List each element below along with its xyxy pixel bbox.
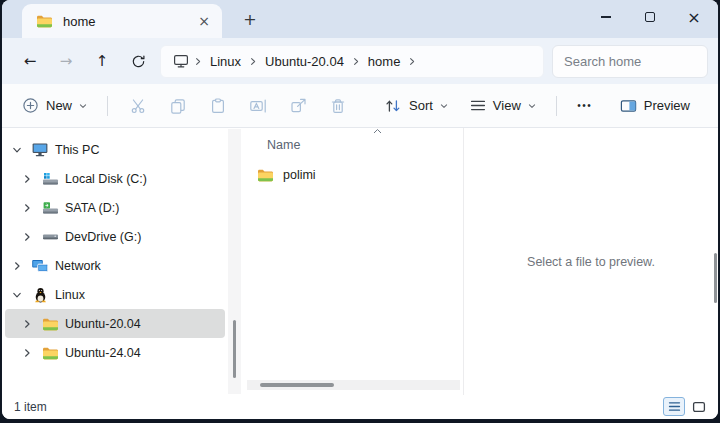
command-toolbar: New Sort View ••• (2, 84, 718, 128)
local-disk-icon (39, 171, 61, 186)
file-row-polimi[interactable]: polimi (242, 160, 463, 190)
sidebar-item-label: Local Disk (C:) (65, 172, 147, 186)
folder-icon (39, 317, 61, 331)
devdrive-disk-icon (39, 229, 61, 244)
chevron-down-icon[interactable] (5, 290, 29, 300)
folder-icon (39, 346, 61, 360)
ellipsis-icon: ••• (577, 100, 592, 111)
preview-button-label: Preview (644, 98, 690, 113)
breadcrumb[interactable]: LinuxUbuntu-20.04home (160, 45, 544, 78)
sidebar-item-linux[interactable]: Linux (5, 280, 225, 309)
delete-button[interactable] (318, 90, 358, 122)
back-button[interactable]: ← (12, 44, 48, 78)
chevron-right-icon[interactable] (5, 261, 29, 271)
new-tab-button[interactable]: + (238, 8, 262, 30)
main-content: This PCLocal Disk (C:)SATA (D:)DevDrive … (2, 128, 718, 395)
new-button[interactable]: New (12, 90, 97, 122)
view-toggles (663, 397, 710, 416)
sidebar-scrollbar-thumb[interactable] (233, 320, 236, 378)
copy-button[interactable] (158, 90, 198, 122)
sidebar-item-label: Linux (55, 288, 85, 302)
preview-placeholder-text: Select a file to preview. (527, 255, 655, 269)
sidebar-item-label: This PC (55, 143, 99, 157)
preview-scrollbar-thumb[interactable] (714, 253, 717, 303)
sidebar-item-sata-d[interactable]: SATA (D:) (5, 193, 225, 222)
view-button-label: View (493, 98, 521, 113)
more-options-button[interactable]: ••• (567, 90, 603, 122)
computer-icon[interactable] (165, 54, 193, 68)
paste-button[interactable] (198, 90, 238, 122)
close-button[interactable]: × (672, 1, 716, 33)
maximize-button[interactable] (628, 1, 672, 33)
breadcrumb-item-ubuntu-20-04[interactable]: Ubuntu-20.04 (258, 54, 351, 69)
chevron-down-icon[interactable] (5, 145, 29, 155)
new-button-label: New (46, 98, 72, 113)
chevron-right-icon[interactable] (15, 174, 39, 184)
file-list-rows: polimi (242, 160, 463, 190)
sidebar-item-label: Ubuntu-20.04 (65, 317, 141, 331)
toolbar-divider (107, 96, 108, 116)
refresh-button[interactable] (120, 44, 156, 78)
rename-button[interactable] (238, 90, 278, 122)
sidebar-item-network[interactable]: Network (5, 251, 225, 280)
sidebar-item-local-disk-c[interactable]: Local Disk (C:) (5, 164, 225, 193)
forward-button[interactable]: → (48, 44, 84, 78)
minimize-button[interactable] (584, 1, 628, 33)
horizontal-scrollbar[interactable] (247, 380, 460, 390)
tab-label: home (63, 14, 182, 29)
up-button[interactable]: ↑ (84, 44, 120, 78)
view-button[interactable]: View (460, 90, 546, 122)
chevron-right-icon[interactable] (15, 319, 39, 329)
file-list: Name polimi (242, 128, 464, 395)
sidebar-item-label: SATA (D:) (65, 201, 119, 215)
details-view-button[interactable] (663, 397, 685, 416)
search-input[interactable] (552, 45, 708, 78)
tab-bar: home × + × (2, 0, 718, 38)
sort-icon (384, 99, 402, 113)
paste-icon (210, 98, 226, 114)
column-header-name[interactable]: Name (242, 135, 463, 155)
icons-view-button[interactable] (688, 397, 710, 416)
toolbar-disabled-group (118, 90, 358, 122)
horizontal-scrollbar-thumb[interactable] (260, 383, 334, 387)
plus-circle-icon (22, 97, 39, 114)
sidebar-item-this-pc[interactable]: This PC (5, 135, 225, 164)
sort-button-label: Sort (409, 98, 433, 113)
details-view-icon (668, 401, 681, 412)
sidebar-item-label: Ubuntu-24.04 (65, 346, 141, 360)
refresh-icon (130, 53, 147, 70)
tab-close-icon[interactable]: × (192, 9, 216, 33)
this-pc-icon (29, 142, 51, 157)
cut-button[interactable] (118, 90, 158, 122)
breadcrumb-item-home[interactable]: home (361, 54, 408, 69)
chevron-right-icon[interactable] (15, 232, 39, 242)
navigation-bar: ← → ↑ LinuxUbuntu-20.04home (2, 38, 718, 84)
sidebar-item-ubuntu-24-04[interactable]: Ubuntu-24.04 (5, 338, 225, 367)
sort-button[interactable]: Sort (374, 90, 458, 122)
sidebar-item-devdrive-g[interactable]: DevDrive (G:) (5, 222, 225, 251)
breadcrumb-chevron-icon[interactable] (248, 57, 258, 66)
tab-home[interactable]: home × (22, 4, 222, 38)
share-button[interactable] (278, 90, 318, 122)
chevron-down-icon (440, 102, 448, 110)
share-icon (290, 98, 307, 114)
preview-pane-icon (620, 99, 637, 113)
breadcrumb-chevron-icon[interactable] (407, 57, 417, 66)
rename-icon (249, 98, 267, 114)
toolbar-divider (556, 96, 557, 116)
chevron-down-icon (528, 102, 536, 110)
maximize-icon (645, 12, 655, 22)
sidebar-item-ubuntu-20-04[interactable]: Ubuntu-20.04 (5, 309, 225, 338)
breadcrumb-item-linux[interactable]: Linux (203, 54, 248, 69)
delete-icon (330, 98, 346, 114)
chevron-right-icon[interactable] (15, 203, 39, 213)
breadcrumb-chevron-icon[interactable] (351, 57, 361, 66)
breadcrumb-chevron-icon[interactable] (193, 57, 203, 66)
sidebar-tree: This PCLocal Disk (C:)SATA (D:)DevDrive … (2, 128, 242, 395)
close-icon: × (687, 8, 700, 27)
sata-disk-icon (39, 200, 61, 215)
sidebar-scrollbar[interactable] (228, 129, 241, 394)
chevron-right-icon[interactable] (15, 348, 39, 358)
preview-toggle-button[interactable]: Preview (610, 90, 700, 122)
file-explorer-window: home × + × ← → ↑ LinuxUbuntu-20.04home N… (2, 0, 718, 419)
